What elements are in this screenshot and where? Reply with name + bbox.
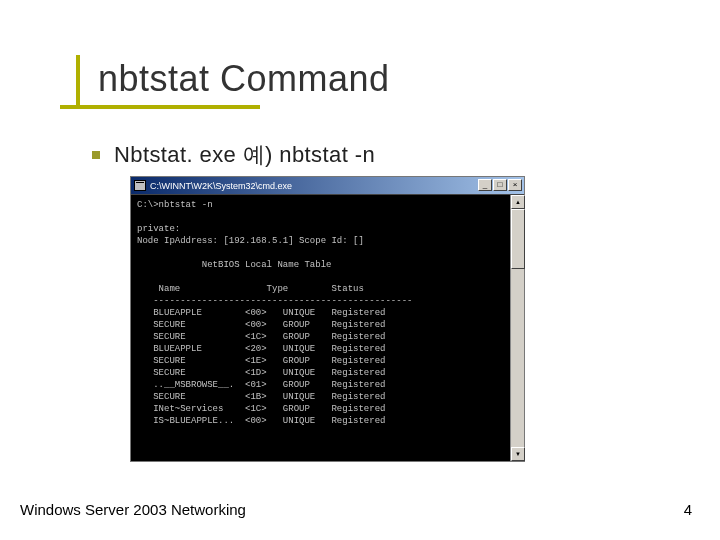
cmd-icon — [134, 180, 146, 191]
minimize-button[interactable]: _ — [478, 179, 492, 191]
bullet-row: Nbtstat. exe 예) nbtstat -n — [92, 140, 375, 170]
console-titlebar: C:\WINNT\W2K\System32\cmd.exe _ □ × — [131, 177, 524, 195]
scrollbar-thumb[interactable] — [511, 209, 525, 269]
footer-text: Windows Server 2003 Networking — [20, 501, 246, 518]
terminal-output: C:\>nbtstat -n private: Node IpAddress: … — [131, 195, 510, 461]
scroll-down-button[interactable]: ▼ — [511, 447, 525, 461]
bullet-icon — [92, 151, 100, 159]
console-title-text: C:\WINNT\W2K\System32\cmd.exe — [150, 181, 292, 191]
bullet-text: Nbtstat. exe 예) nbtstat -n — [114, 140, 375, 170]
scroll-up-button[interactable]: ▲ — [511, 195, 525, 209]
console-window: C:\WINNT\W2K\System32\cmd.exe _ □ × ▲ ▼ … — [130, 176, 525, 462]
accent-horizontal-bar — [60, 105, 260, 109]
close-button[interactable]: × — [508, 179, 522, 191]
maximize-button[interactable]: □ — [493, 179, 507, 191]
window-buttons: _ □ × — [478, 179, 522, 191]
slide-title: nbtstat Command — [98, 58, 390, 100]
accent-vertical-bar — [76, 55, 80, 109]
vertical-scrollbar[interactable]: ▲ ▼ — [510, 195, 524, 461]
page-number: 4 — [684, 501, 692, 518]
svg-rect-2 — [136, 182, 144, 183]
